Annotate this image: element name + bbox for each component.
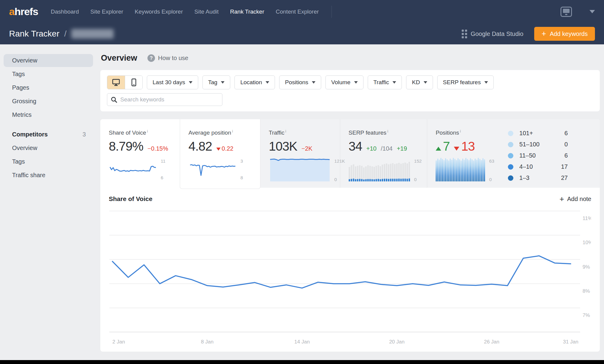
sidebar-section-competitors: Competitors 3: [4, 128, 93, 141]
nav-item-site-audit[interactable]: Site Audit: [194, 8, 218, 15]
svg-text:2 Jan: 2 Jan: [112, 339, 125, 345]
page-header: Overview ? How to use: [101, 53, 600, 63]
account-chevron-down-icon[interactable]: [589, 10, 595, 13]
kd-label: KD: [412, 79, 420, 86]
card-title: Positionsi: [436, 129, 508, 136]
location-dropdown[interactable]: Location: [234, 75, 275, 89]
device-toggle: [107, 75, 143, 89]
chevron-down-icon: [484, 81, 488, 84]
desktop-toggle-button[interactable]: [107, 76, 125, 89]
logo-rest: hrefs: [15, 6, 38, 17]
sidebar-item-competitors-overview[interactable]: Overview: [4, 142, 93, 155]
info-icon: i: [232, 129, 233, 133]
main-nav-row: ahrefs Dashboard Site Explorer Keywords …: [9, 0, 595, 23]
positions-up: 7: [436, 139, 450, 154]
svg-text:7%: 7%: [583, 312, 590, 318]
overview-panel: Share of Voicei 8.79% −0.15% 11 6 Av: [100, 119, 600, 352]
card-title: Share of Voicei: [109, 129, 180, 136]
add-note-button[interactable]: + Add note: [560, 195, 591, 203]
project-name-redacted[interactable]: [71, 29, 114, 39]
workspace-icon[interactable]: [560, 7, 572, 17]
mobile-toggle-button[interactable]: [125, 76, 142, 89]
card-title: Traffici: [269, 129, 340, 136]
date-range-dropdown[interactable]: Last 30 days: [147, 75, 198, 89]
legend-row: 51–100 0: [508, 139, 568, 150]
tab-serp-features[interactable]: SERP featuresi 34 +10 /104 +19 152 0: [340, 119, 427, 188]
screen-bottom-edge: [0, 360, 604, 364]
volume-label: Volume: [331, 79, 350, 86]
svg-text:20 Jan: 20 Jan: [389, 339, 405, 345]
sparkline-block: 121K 0: [269, 158, 340, 183]
filters-row: Last 30 days Tag Location Positions Volu…: [107, 75, 593, 89]
sidebar-item-overview[interactable]: Overview: [4, 54, 93, 67]
mobile-icon: [131, 78, 136, 86]
breadcrumb-separator: /: [64, 29, 67, 39]
serp-features-label: SERP features: [443, 79, 481, 86]
card-title: Average positioni: [189, 129, 260, 136]
share-of-voice-line-chart: 11%10%9%8%7%2 Jan8 Jan14 Jan20 Jan26 Jan…: [109, 204, 591, 347]
tag-dropdown[interactable]: Tag: [202, 75, 231, 89]
nav-item-site-explorer[interactable]: Site Explorer: [90, 8, 123, 15]
legend-row: 1–3 27: [508, 172, 568, 184]
page-breadcrumb-title: Rank Tracker: [9, 29, 60, 39]
positions-dropdown[interactable]: Positions: [279, 75, 321, 89]
share-of-voice-sparkline: [109, 158, 157, 181]
serp-features-bar-sparkline: [349, 158, 411, 183]
traffic-dropdown[interactable]: Traffic: [368, 75, 402, 89]
average-position-value: 4.82: [189, 139, 212, 154]
chevron-down-icon: [189, 81, 192, 84]
triangle-down-icon: [216, 148, 221, 151]
legend-dot-4-10: [508, 164, 513, 170]
tab-average-position[interactable]: Average positioni 4.82 0.22 3 8: [180, 119, 260, 189]
serp-features-total: /104: [381, 145, 392, 152]
serp-features-delta: +10: [366, 145, 376, 152]
nav-item-keywords-explorer[interactable]: Keywords Explorer: [135, 8, 183, 15]
card-value-row: 4.82 0.22: [189, 139, 260, 154]
info-icon: i: [285, 129, 286, 133]
svg-text:11%: 11%: [583, 216, 591, 221]
svg-text:10%: 10%: [583, 240, 591, 245]
search-keywords-input[interactable]: [120, 96, 218, 103]
nav-item-rank-tracker[interactable]: Rank Tracker: [230, 8, 264, 15]
chart-title: Share of Voice: [109, 195, 152, 203]
positions-stacked-sparkline: [436, 158, 486, 183]
plus-icon: +: [541, 30, 546, 37]
google-data-studio-link[interactable]: Google Data Studio: [462, 30, 524, 38]
info-icon: i: [460, 129, 461, 133]
svg-text:31 Jan: 31 Jan: [563, 339, 578, 345]
sparkline-block: 63 0: [436, 158, 508, 183]
sidebar-item-pages[interactable]: Pages: [4, 81, 93, 94]
how-to-use-link[interactable]: ? How to use: [147, 54, 188, 62]
traffic-delta: −2K: [302, 145, 312, 152]
competitors-label: Competitors: [12, 131, 48, 138]
main-content: Overview ? How to use Last 30 days Tag: [100, 44, 600, 352]
volume-dropdown[interactable]: Volume: [325, 75, 363, 89]
sparkline-axis: 11 6: [157, 158, 166, 181]
logo-accent-letter: a: [9, 6, 15, 17]
tab-positions[interactable]: Positionsi 7 13 63 0: [427, 119, 508, 188]
svg-text:26 Jan: 26 Jan: [484, 339, 499, 345]
legend-dot-101-plus: [508, 131, 513, 136]
serp-features-dropdown[interactable]: SERP features: [437, 75, 494, 89]
sidebar-item-tags[interactable]: Tags: [4, 68, 93, 81]
nav-item-content-explorer[interactable]: Content Explorer: [276, 8, 319, 15]
sidebar: Overview Tags Pages Grossing Metrics Com…: [0, 44, 97, 182]
sidebar-item-competitors-tags[interactable]: Tags: [4, 155, 93, 168]
add-keywords-button[interactable]: + Add keywords: [534, 27, 595, 41]
legend-dot-1-3: [508, 175, 513, 181]
tab-share-of-voice[interactable]: Share of Voicei 8.79% −0.15% 11 6: [100, 119, 180, 188]
sidebar-item-metrics[interactable]: Metrics: [4, 108, 93, 121]
kd-dropdown[interactable]: KD: [406, 75, 433, 89]
legend-row: 4–10 17: [508, 161, 568, 172]
sparkline-axis: 152 0: [411, 158, 422, 183]
nav-item-dashboard[interactable]: Dashboard: [51, 8, 79, 15]
sidebar-item-traffic-share[interactable]: Traffic share: [4, 169, 93, 182]
desktop-icon: [112, 79, 120, 86]
tab-traffic[interactable]: Traffici 103K −2K 121K 0: [260, 119, 340, 188]
sidebar-item-grossing[interactable]: Grossing: [4, 95, 93, 108]
legend-dot-51-100: [508, 142, 513, 147]
info-icon: i: [387, 129, 388, 133]
ahrefs-logo[interactable]: ahrefs: [9, 6, 38, 18]
sparkline-axis: 3 8: [237, 158, 243, 181]
legend-row: 101+ 6: [508, 128, 568, 139]
